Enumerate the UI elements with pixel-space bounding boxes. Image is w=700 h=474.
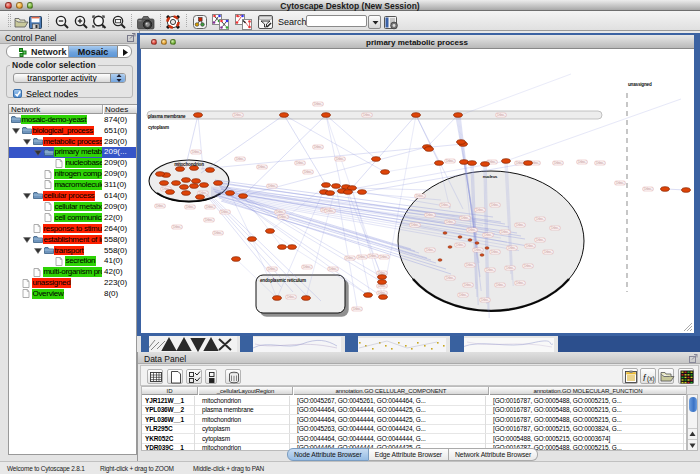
svg-text:(Unkno..): (Unkno..) [426, 248, 435, 252]
svg-text:(Unkno..): (Unkno..) [554, 161, 563, 165]
svg-text:(Unkno..): (Unkno..) [516, 281, 525, 285]
svg-text:(Unkno..): (Unkno..) [326, 209, 335, 213]
svg-text:endoplasmic reticulum: endoplasmic reticulum [260, 278, 306, 283]
svg-text:(Unkno..): (Unkno..) [192, 150, 201, 154]
svg-text:(Unkno..): (Unkno..) [578, 160, 587, 164]
svg-text:(Unkno..): (Unkno..) [616, 181, 625, 185]
svg-text:(Unkno..): (Unkno..) [268, 267, 277, 271]
svg-text:(Unkno..): (Unkno..) [279, 215, 288, 219]
svg-text:(Unkno..): (Unkno..) [303, 265, 312, 269]
svg-text:(Unkno..): (Unkno..) [468, 228, 477, 232]
svg-text:mitochondrion: mitochondrion [174, 162, 204, 167]
svg-text:(Unkno..): (Unkno..) [276, 210, 285, 214]
svg-text:(Unkno..): (Unkno..) [287, 295, 296, 299]
svg-text:(Unkno..): (Unkno..) [363, 113, 372, 117]
svg-text:(Unkno..): (Unkno..) [464, 283, 473, 287]
svg-text:(Unkno..): (Unkno..) [380, 255, 389, 259]
svg-text:(Unkno..): (Unkno..) [526, 244, 535, 248]
svg-text:(Unkno..): (Unkno..) [508, 246, 517, 250]
svg-text:(Unkno..): (Unkno..) [644, 187, 653, 191]
svg-text:(Unkno..): (Unkno..) [484, 233, 493, 237]
svg-text:(Unkno..): (Unkno..) [411, 223, 420, 227]
svg-text:(Unkno..): (Unkno..) [491, 203, 500, 207]
svg-text:(Unkno..): (Unkno..) [461, 216, 470, 220]
svg-text:(Unkno..): (Unkno..) [314, 145, 323, 149]
svg-text:(Unkno..): (Unkno..) [426, 213, 435, 217]
svg-text:(Unkno..): (Unkno..) [501, 230, 510, 234]
svg-text:(Unkno..): (Unkno..) [551, 226, 560, 230]
svg-text:(Unkno..): (Unkno..) [496, 283, 505, 287]
svg-text:(Unkno..): (Unkno..) [358, 255, 367, 259]
svg-text:(Unkno..): (Unkno..) [446, 159, 455, 163]
svg-text:(Unkno..): (Unkno..) [446, 220, 455, 224]
svg-text:(Unkno..): (Unkno..) [476, 208, 485, 212]
svg-text:(Unkno..): (Unkno..) [536, 238, 545, 242]
svg-text:(Unkno..): (Unkno..) [516, 223, 525, 227]
svg-text:(Unkno..): (Unkno..) [544, 250, 553, 254]
svg-text:(Unkno..): (Unkno..) [441, 203, 450, 207]
svg-text:(Unkno..): (Unkno..) [446, 276, 455, 280]
svg-text:(Unkno..): (Unkno..) [268, 184, 277, 188]
svg-text:(Unkno..): (Unkno..) [346, 256, 355, 260]
svg-text:(Unkno..): (Unkno..) [524, 264, 533, 268]
svg-text:(Unkno..): (Unkno..) [304, 170, 313, 174]
svg-text:(Unkno..): (Unkno..) [456, 243, 465, 247]
svg-text:(Unkno..): (Unkno..) [506, 266, 515, 270]
svg-text:(Unkno..): (Unkno..) [596, 161, 605, 165]
svg-text:(Unkno..): (Unkno..) [369, 254, 378, 258]
svg-text:(Unkno..): (Unkno..) [296, 161, 305, 165]
svg-text:(Unkno..): (Unkno..) [221, 210, 230, 214]
svg-text:(Unkno..): (Unkno..) [336, 157, 345, 161]
svg-text:(Unkno..): (Unkno..) [491, 250, 500, 254]
svg-text:nucleus: nucleus [483, 174, 498, 179]
svg-text:(Unkno..): (Unkno..) [314, 102, 323, 106]
svg-text:(Unkno..): (Unkno..) [486, 268, 495, 272]
svg-text:(Unkno..): (Unkno..) [206, 205, 215, 209]
svg-text:(Unkno..): (Unkno..) [474, 248, 483, 252]
svg-text:(Unkno..): (Unkno..) [234, 113, 243, 117]
svg-text:(Unkno..): (Unkno..) [536, 217, 545, 221]
svg-text:(Unkno..): (Unkno..) [258, 165, 267, 169]
svg-text:(Unkno..): (Unkno..) [497, 113, 506, 117]
svg-text:(Unkno..): (Unkno..) [205, 218, 214, 222]
svg-text:(Unkno..): (Unkno..) [156, 204, 165, 208]
svg-text:(x): (x) [647, 375, 655, 383]
svg-text:(Unkno..): (Unkno..) [173, 225, 182, 229]
svg-text:(Unkno..): (Unkno..) [378, 284, 387, 288]
svg-text:(Unkno..): (Unkno..) [186, 205, 195, 209]
svg-text:cytoplasm: cytoplasm [148, 125, 169, 130]
svg-text:unassigned: unassigned [628, 82, 652, 87]
svg-text:(Unkno..): (Unkno..) [236, 157, 245, 161]
svg-text:(Unkno..): (Unkno..) [214, 231, 223, 235]
svg-text:(Unkno..): (Unkno..) [459, 293, 468, 297]
svg-text:(Unkno..): (Unkno..) [353, 307, 362, 311]
svg-text:(Unkno..): (Unkno..) [329, 267, 338, 271]
svg-text:plasma membrane: plasma membrane [148, 114, 186, 119]
svg-text:(Unkno..): (Unkno..) [416, 194, 425, 198]
svg-text:(Unkno..): (Unkno..) [481, 298, 490, 302]
svg-text:(Unkno..): (Unkno..) [466, 263, 475, 267]
